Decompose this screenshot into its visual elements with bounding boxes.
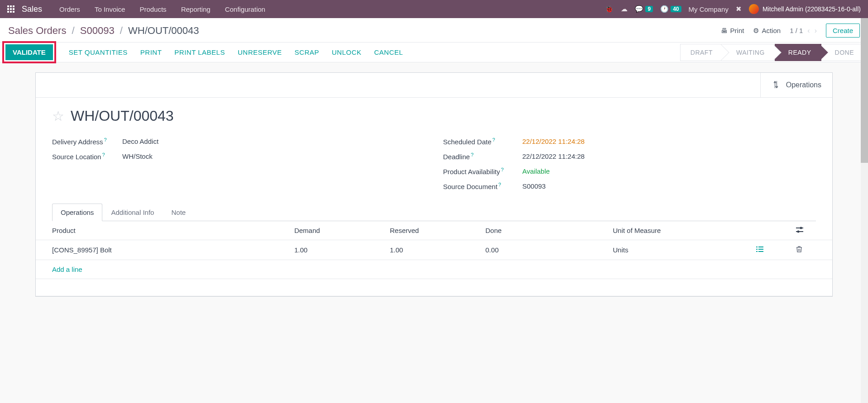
svg-point-3: [797, 231, 800, 233]
chat-badge: 9: [645, 6, 653, 12]
breadcrumb-parent[interactable]: S00093: [80, 25, 115, 36]
source-doc-label: Source Document?: [443, 182, 523, 190]
tools-icon[interactable]: ✖: [736, 5, 742, 13]
pager-prev-icon[interactable]: ‹: [807, 27, 810, 35]
cell-reserved[interactable]: 1.00: [386, 240, 482, 260]
add-line-row: Add a line: [36, 260, 832, 279]
gear-icon: ⚙: [753, 27, 759, 35]
scheduled-date-value[interactable]: 22/12/2022 11:24:28: [523, 137, 585, 145]
delivery-address-value[interactable]: Deco Addict: [122, 137, 158, 145]
pager-text: 1 / 1: [790, 27, 803, 34]
action-toolbar: VALIDATE SET QUANTITIES PRINT PRINT LABE…: [0, 43, 868, 62]
cell-demand[interactable]: 1.00: [291, 240, 386, 260]
tab-note[interactable]: Note: [163, 204, 194, 221]
bug-icon[interactable]: 🐞: [605, 5, 614, 13]
tabs: Operations Additional Info Note: [52, 203, 816, 221]
star-icon[interactable]: ☆: [52, 108, 64, 124]
form-sheet: ⇅ Operations ☆ WH/OUT/00043 Delivery Add…: [35, 72, 833, 297]
scrollbar-thumb[interactable]: [861, 18, 868, 163]
activity-badge: 40: [671, 6, 681, 12]
col-uom: Unit of Measure: [609, 221, 753, 240]
operations-stat-button[interactable]: ⇅ Operations: [760, 73, 832, 97]
col-demand: Demand: [291, 221, 386, 240]
status-waiting[interactable]: WAITING: [723, 44, 775, 61]
user-name: Mitchell Admin (22083425-16-0-all): [762, 5, 861, 13]
availability-label: Product Availability?: [443, 167, 523, 175]
main-navbar: Sales Orders To Invoice Products Reporti…: [0, 0, 868, 18]
col-product: Product: [36, 221, 291, 240]
breadcrumb: Sales Orders / S00093 / WH/OUT/00043: [8, 25, 199, 37]
record-title: WH/OUT/00043: [71, 108, 174, 124]
source-doc-value[interactable]: S00093: [523, 182, 546, 190]
cell-product[interactable]: [CONS_89957] Bolt: [36, 240, 291, 260]
deadline-label: Deadline?: [443, 152, 523, 161]
nav-item-config[interactable]: Configuration: [219, 5, 272, 13]
nav-item-orders[interactable]: Orders: [53, 5, 86, 13]
breadcrumb-bar: Sales Orders / S00093 / WH/OUT/00043 🖶 P…: [0, 18, 868, 43]
status-ready[interactable]: READY: [775, 44, 821, 61]
avatar-icon: [749, 4, 759, 14]
delete-icon[interactable]: [792, 240, 832, 260]
nav-item-reporting[interactable]: Reporting: [175, 5, 217, 13]
scrollbar[interactable]: [861, 18, 868, 297]
unreserve-button[interactable]: UNRESERVE: [238, 48, 282, 56]
operations-stat-label: Operations: [786, 81, 821, 89]
details-icon[interactable]: [753, 240, 792, 260]
nav-item-toinvoice[interactable]: To Invoice: [88, 5, 132, 13]
svg-point-1: [800, 227, 802, 229]
col-done: Done: [482, 221, 609, 240]
pager-next-icon[interactable]: ›: [815, 27, 817, 35]
nav-brand[interactable]: Sales: [22, 5, 42, 14]
print-action[interactable]: 🖶 Print: [721, 27, 744, 34]
source-location-value[interactable]: WH/Stock: [122, 152, 153, 160]
create-button[interactable]: Create: [826, 24, 860, 38]
print-icon: 🖶: [721, 27, 728, 34]
tab-operations[interactable]: Operations: [52, 204, 102, 221]
add-line-button[interactable]: Add a line: [52, 266, 82, 273]
status-bar: DRAFT WAITING READY DONE: [680, 44, 864, 61]
help-icon[interactable]: ?: [102, 152, 105, 157]
user-menu[interactable]: Mitchell Admin (22083425-16-0-all): [749, 4, 861, 14]
status-draft[interactable]: DRAFT: [680, 44, 723, 61]
validate-button[interactable]: VALIDATE: [5, 44, 53, 60]
columns-settings-icon[interactable]: [792, 221, 832, 240]
deadline-value: 22/12/2022 11:24:28: [523, 152, 585, 160]
delivery-address-label: Delivery Address?: [52, 137, 122, 146]
apps-icon[interactable]: [4, 2, 18, 16]
operations-table: Product Demand Reserved Done Unit of Mea…: [36, 221, 832, 296]
availability-value: Available: [523, 167, 550, 175]
set-quantities-button[interactable]: SET QUANTITIES: [69, 48, 128, 56]
cell-done[interactable]: 0.00: [482, 240, 609, 260]
action-menu[interactable]: ⚙ Action: [753, 27, 781, 35]
support-icon[interactable]: ☁: [621, 5, 628, 13]
cancel-button[interactable]: CANCEL: [374, 48, 403, 56]
table-row[interactable]: [CONS_89957] Bolt 1.00 1.00 0.00 Units: [36, 240, 832, 260]
print-button[interactable]: PRINT: [140, 48, 162, 56]
scrap-button[interactable]: SCRAP: [295, 48, 319, 56]
help-icon[interactable]: ?: [104, 137, 107, 142]
pager: 1 / 1 ‹ ›: [790, 27, 817, 35]
activity-icon[interactable]: 🕐 40: [660, 5, 681, 13]
col-reserved: Reserved: [386, 221, 482, 240]
help-icon[interactable]: ?: [501, 167, 504, 172]
breadcrumb-current: WH/OUT/00043: [128, 25, 199, 36]
messaging-icon[interactable]: 💬 9: [635, 5, 653, 13]
unlock-button[interactable]: UNLOCK: [332, 48, 362, 56]
scheduled-date-label: Scheduled Date?: [443, 137, 523, 146]
cell-uom[interactable]: Units: [609, 240, 753, 260]
transfer-icon: ⇅: [773, 79, 778, 91]
print-labels-button[interactable]: PRINT LABELS: [174, 48, 225, 56]
help-icon[interactable]: ?: [492, 137, 495, 142]
validate-highlight: VALIDATE: [2, 41, 56, 63]
tab-additional-info[interactable]: Additional Info: [102, 204, 163, 221]
source-location-label: Source Location?: [52, 152, 122, 161]
nav-item-products[interactable]: Products: [133, 5, 173, 13]
breadcrumb-root[interactable]: Sales Orders: [8, 25, 66, 36]
help-icon[interactable]: ?: [471, 152, 474, 157]
company-name[interactable]: My Company: [689, 5, 729, 13]
help-icon[interactable]: ?: [499, 182, 501, 187]
